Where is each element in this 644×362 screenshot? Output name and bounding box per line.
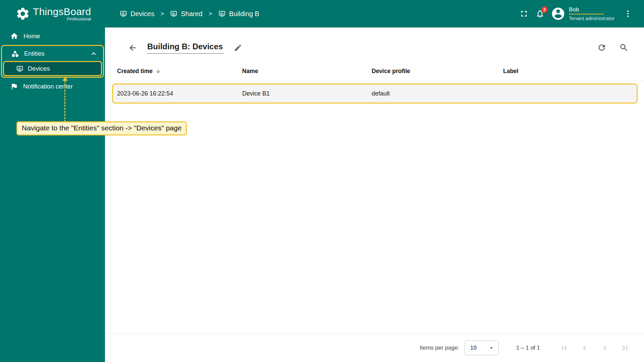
last-page-icon bbox=[620, 343, 630, 353]
sidebar-item-label: Home bbox=[23, 33, 40, 40]
items-per-page-label: Items per page: bbox=[420, 345, 459, 351]
sidebar-item-label: Entities bbox=[24, 50, 45, 57]
kebab-menu-icon bbox=[624, 9, 632, 18]
user-info: Bob Tenant administrator bbox=[569, 6, 614, 21]
column-header-created-time[interactable]: Created time bbox=[117, 68, 242, 75]
gear-logo-icon bbox=[15, 6, 30, 21]
dropdown-arrow-icon bbox=[488, 344, 495, 352]
top-bar: ThingsBoard Professional Devices > Share… bbox=[0, 0, 644, 27]
search-icon bbox=[619, 43, 629, 52]
pager-controls bbox=[559, 343, 630, 353]
cell-device-profile: default bbox=[372, 90, 503, 97]
column-header-label[interactable]: Label bbox=[503, 68, 644, 75]
devices-table: Created time Name Device profile Label 2… bbox=[105, 68, 644, 104]
annotation-dashed-line bbox=[64, 80, 65, 122]
previous-page-button[interactable] bbox=[580, 343, 590, 353]
breadcrumb-label: Shared bbox=[181, 10, 203, 18]
entities-section-highlight: Entities Devices bbox=[1, 45, 104, 78]
chevron-right-icon bbox=[600, 343, 609, 353]
user-name: Bob bbox=[569, 6, 604, 14]
column-label: Created time bbox=[117, 68, 153, 75]
column-header-name[interactable]: Name bbox=[242, 68, 372, 75]
chevron-up-icon bbox=[90, 50, 98, 58]
sort-desc-arrow-icon bbox=[155, 68, 161, 74]
entities-icon bbox=[11, 50, 19, 58]
app-logo[interactable]: ThingsBoard Professional bbox=[0, 6, 105, 21]
first-page-button[interactable] bbox=[559, 343, 570, 353]
breadcrumb-item-building-b[interactable]: Building B bbox=[218, 10, 259, 18]
refresh-button[interactable] bbox=[596, 42, 607, 53]
pagination-range: 1 – 1 of 1 bbox=[516, 345, 540, 351]
edit-title-button[interactable] bbox=[232, 42, 243, 53]
devices-icon bbox=[218, 10, 226, 17]
chevron-left-icon bbox=[580, 343, 589, 353]
breadcrumb-separator: > bbox=[160, 10, 164, 17]
sidebar-item-home[interactable]: Home bbox=[0, 27, 105, 45]
column-header-device-profile[interactable]: Device profile bbox=[372, 68, 503, 75]
app-edition: Professional bbox=[67, 16, 91, 21]
cell-created-time: 2023-06-26 16:22:54 bbox=[117, 90, 242, 97]
items-per-page-value: 10 bbox=[470, 345, 477, 351]
breadcrumb: Devices > Shared > Building B bbox=[120, 10, 259, 18]
search-button[interactable] bbox=[619, 42, 629, 53]
fullscreen-button[interactable] bbox=[516, 6, 532, 22]
sidebar-item-label: Devices bbox=[28, 65, 50, 72]
breadcrumb-item-devices[interactable]: Devices bbox=[120, 10, 154, 18]
more-menu-button[interactable] bbox=[620, 6, 636, 22]
items-per-page-select[interactable]: 10 bbox=[465, 341, 499, 355]
user-avatar-button[interactable] bbox=[550, 6, 566, 22]
first-page-icon bbox=[560, 343, 569, 353]
user-role: Tenant administrator bbox=[569, 15, 614, 21]
page-title: Building B: Devices bbox=[147, 42, 224, 54]
notifications-button[interactable]: 2 bbox=[532, 6, 548, 22]
table-row-device-b1[interactable]: 2023-06-26 16:22:54 Device B1 default bbox=[112, 83, 638, 104]
pagination-bar: Items per page: 10 1 – 1 of 1 bbox=[105, 333, 644, 362]
edit-pencil-icon bbox=[234, 44, 242, 52]
main-content: Building B: Devices Created time bbox=[105, 27, 644, 362]
fullscreen-icon bbox=[519, 9, 529, 18]
app-name: ThingsBoard bbox=[33, 6, 91, 17]
next-page-button[interactable] bbox=[600, 343, 610, 353]
devices-icon bbox=[120, 10, 127, 17]
breadcrumb-label: Devices bbox=[130, 10, 154, 18]
breadcrumb-label: Building B bbox=[229, 10, 259, 18]
devices-icon bbox=[16, 65, 23, 72]
sidebar-item-notification-center[interactable]: Notification center bbox=[0, 78, 105, 95]
breadcrumb-separator: > bbox=[209, 10, 212, 17]
cell-name: Device B1 bbox=[242, 90, 372, 97]
page-toolbar: Building B: Devices bbox=[127, 39, 629, 56]
avatar-icon bbox=[551, 6, 566, 21]
sidebar: Home Entities Devices Notification cente… bbox=[0, 27, 105, 362]
notifications-badge: 2 bbox=[541, 6, 548, 13]
annotation-tooltip: Navigate to the "Entities" section -> "D… bbox=[16, 121, 187, 135]
back-arrow-icon bbox=[128, 43, 137, 52]
sidebar-item-entities[interactable]: Entities bbox=[2, 46, 103, 61]
top-bar-actions: 2 Bob Tenant administrator bbox=[516, 6, 644, 22]
table-actions bbox=[596, 42, 629, 53]
home-icon bbox=[10, 32, 18, 40]
devices-icon bbox=[170, 10, 177, 17]
last-page-button[interactable] bbox=[620, 343, 630, 353]
table-header-row: Created time Name Device profile Label bbox=[105, 68, 644, 81]
back-button[interactable] bbox=[127, 42, 138, 53]
sidebar-item-devices[interactable]: Devices bbox=[4, 62, 101, 75]
breadcrumb-item-shared[interactable]: Shared bbox=[170, 10, 203, 18]
devices-item-highlight: Devices bbox=[3, 61, 102, 76]
flag-icon bbox=[10, 82, 18, 90]
refresh-icon bbox=[597, 43, 606, 52]
